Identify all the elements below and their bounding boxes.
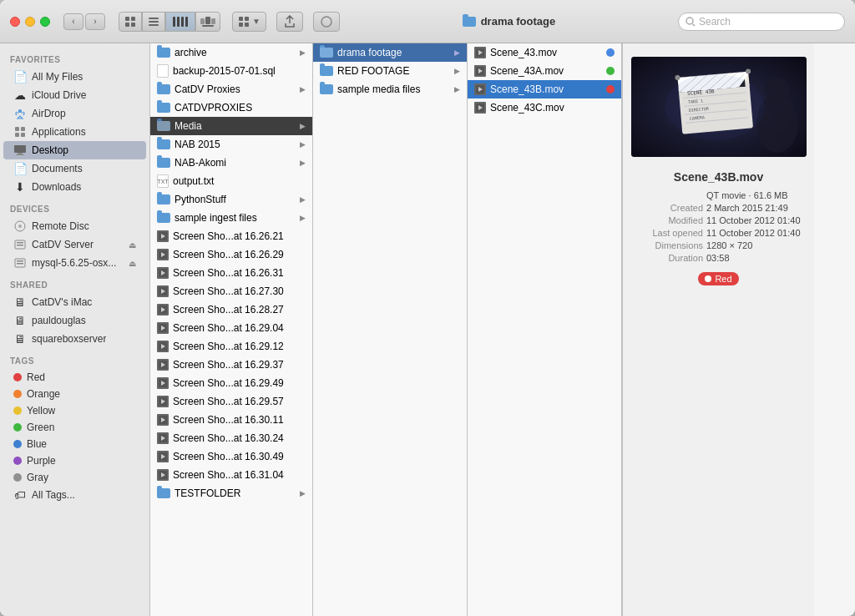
sidebar-item-tag-yellow[interactable]: Yellow bbox=[3, 402, 146, 419]
sidebar-item-squarebox[interactable]: 🖥 squareboxserver bbox=[3, 330, 146, 348]
mov-icon bbox=[157, 267, 169, 279]
search-placeholder: Search bbox=[699, 16, 731, 28]
folder-icon bbox=[157, 48, 170, 58]
share-button[interactable] bbox=[276, 12, 303, 32]
coverflow-view-button[interactable] bbox=[195, 12, 220, 32]
file-item-screen13[interactable]: Screen Sho...at 16.30.49 bbox=[150, 447, 312, 466]
sidebar-item-documents[interactable]: 📄 Documents bbox=[3, 159, 146, 178]
file-item-pythonstuff[interactable]: PythonStuff ▶ bbox=[150, 190, 312, 209]
file-item-sample-ingest[interactable]: sample ingest files ▶ bbox=[150, 209, 312, 227]
preview-modified-value: 11 October 2012 01:40 bbox=[706, 215, 801, 225]
sidebar-item-catdv-imac[interactable]: 🖥 CatDV's iMac bbox=[3, 293, 146, 311]
svg-rect-36 bbox=[17, 260, 23, 262]
arrange-button[interactable]: ▼ bbox=[232, 12, 266, 32]
view-buttons bbox=[119, 12, 220, 32]
file-item-scene43b[interactable]: Scene_43B.mov bbox=[468, 80, 621, 98]
pauldouglas-icon: 🖥 bbox=[13, 314, 27, 327]
file-item-scene43a[interactable]: Scene_43A.mov bbox=[468, 62, 621, 80]
sidebar-item-tag-gray[interactable]: Gray bbox=[3, 469, 146, 486]
sidebar-item-label: pauldouglas bbox=[32, 315, 86, 326]
file-item-catdv-proxies[interactable]: CatDV Proxies ▶ bbox=[150, 80, 312, 98]
file-item-media[interactable]: Media ▶ bbox=[150, 117, 312, 135]
preview-last-opened-value: 11 October 2012 01:40 bbox=[706, 228, 801, 238]
sidebar-item-all-my-files[interactable]: 📄 All My Files bbox=[3, 68, 146, 86]
file-item-name: TESTFOLDER bbox=[175, 487, 296, 499]
file-item-testfolder[interactable]: TESTFOLDER ▶ bbox=[150, 484, 312, 502]
file-item-drama-footage[interactable]: drama footage ▶ bbox=[313, 43, 467, 62]
file-item-scene43[interactable]: Scene_43.mov bbox=[468, 43, 621, 62]
column-view-button[interactable] bbox=[165, 12, 195, 32]
file-item-screen4[interactable]: Screen Sho...at 16.27.30 bbox=[150, 282, 312, 300]
svg-rect-5 bbox=[149, 21, 159, 23]
file-item-name: Screen Sho...at 16.30.24 bbox=[173, 432, 306, 444]
file-item-screen3[interactable]: Screen Sho...at 16.26.31 bbox=[150, 264, 312, 282]
preview-created-label: Created bbox=[636, 203, 703, 213]
folder-icon bbox=[157, 139, 170, 149]
icon-view-button[interactable] bbox=[119, 12, 142, 32]
sidebar-item-mysql[interactable]: mysql-5.6.25-osx... ⏏ bbox=[3, 254, 146, 272]
file-item-backup[interactable]: backup-2015-07-01.sql bbox=[150, 62, 312, 80]
sidebar-item-icloud-drive[interactable]: ☁ iCloud Drive bbox=[3, 86, 146, 104]
file-item-name: Screen Sho...at 16.30.49 bbox=[173, 451, 306, 462]
folder-icon bbox=[157, 103, 170, 113]
file-item-screen10[interactable]: Screen Sho...at 16.29.57 bbox=[150, 392, 312, 411]
sidebar-item-tag-green[interactable]: Green bbox=[3, 419, 146, 436]
file-item-nab2015[interactable]: NAB 2015 ▶ bbox=[150, 135, 312, 154]
file-item-archive[interactable]: archive ▶ bbox=[150, 43, 312, 62]
file-item-catdvproxies[interactable]: CATDVPROXIES bbox=[150, 98, 312, 117]
close-button[interactable] bbox=[10, 17, 20, 27]
sidebar-item-label: Gray bbox=[27, 472, 48, 483]
sidebar-item-label: Purple bbox=[27, 455, 56, 467]
back-button[interactable]: ‹ bbox=[63, 13, 83, 30]
sidebar-item-downloads[interactable]: ⬇ Downloads bbox=[3, 178, 146, 196]
file-item-screen14[interactable]: Screen Sho...at 16.31.04 bbox=[150, 466, 312, 484]
mov-icon bbox=[474, 47, 486, 58]
file-item-name: RED FOOTAGE bbox=[337, 65, 450, 77]
sidebar-item-tag-orange[interactable]: Orange bbox=[3, 386, 146, 402]
file-item-screen1[interactable]: Screen Sho...at 16.26.21 bbox=[150, 227, 312, 245]
tag-button[interactable] bbox=[313, 12, 340, 32]
file-item-screen5[interactable]: Screen Sho...at 16.28.27 bbox=[150, 300, 312, 319]
maximize-button[interactable] bbox=[40, 17, 50, 27]
eject-icon[interactable]: ⏏ bbox=[129, 259, 136, 268]
sidebar-item-tag-blue[interactable]: Blue bbox=[3, 436, 146, 452]
remote-disc-icon bbox=[13, 220, 27, 233]
sidebar-item-remote-disc[interactable]: Remote Disc bbox=[3, 217, 146, 235]
svg-rect-17 bbox=[239, 23, 243, 27]
sidebar-item-tag-purple[interactable]: Purple bbox=[3, 452, 146, 469]
sidebar-item-catdv-server[interactable]: CatDV Server ⏏ bbox=[3, 235, 146, 254]
sidebar-item-airdrop[interactable]: AirDrop bbox=[3, 104, 146, 123]
file-item-output[interactable]: TXT output.txt bbox=[150, 172, 312, 190]
sidebar-item-label: Green bbox=[27, 422, 54, 433]
sidebar-item-tag-red[interactable]: Red bbox=[3, 369, 146, 386]
minimize-button[interactable] bbox=[25, 17, 35, 27]
file-item-nab-akomi[interactable]: NAB-Akomi ▶ bbox=[150, 154, 312, 172]
file-item-screen2[interactable]: Screen Sho...at 16.26.29 bbox=[150, 245, 312, 264]
eject-icon[interactable]: ⏏ bbox=[129, 240, 136, 250]
file-item-scene43c[interactable]: Scene_43C.mov bbox=[468, 98, 621, 117]
all-my-files-icon: 📄 bbox=[13, 70, 27, 83]
sidebar-item-label: All Tags... bbox=[32, 489, 75, 501]
file-item-screen11[interactable]: Screen Sho...at 16.30.11 bbox=[150, 411, 312, 429]
sidebar-item-label: Yellow bbox=[27, 405, 55, 417]
file-item-sample-media[interactable]: sample media files ▶ bbox=[313, 80, 467, 98]
file-item-screen12[interactable]: Screen Sho...at 16.30.24 bbox=[150, 429, 312, 447]
file-item-red-footage[interactable]: RED FOOTAGE ▶ bbox=[313, 62, 467, 80]
sidebar-item-pauldouglas[interactable]: 🖥 pauldouglas bbox=[3, 311, 146, 330]
sidebar-item-desktop[interactable]: Desktop bbox=[3, 141, 146, 159]
forward-button[interactable]: › bbox=[85, 13, 105, 30]
red-tag-badge[interactable]: Red bbox=[698, 272, 738, 285]
file-item-screen6[interactable]: Screen Sho...at 16.29.04 bbox=[150, 319, 312, 337]
file-item-name: Screen Sho...at 16.27.30 bbox=[173, 285, 306, 297]
chevron-right-icon: ▶ bbox=[454, 85, 460, 93]
search-box[interactable]: Search bbox=[678, 13, 845, 31]
file-item-screen7[interactable]: Screen Sho...at 16.29.12 bbox=[150, 337, 312, 356]
svg-rect-3 bbox=[131, 23, 135, 27]
sidebar-item-all-tags[interactable]: 🏷 All Tags... bbox=[3, 486, 146, 504]
file-item-screen9[interactable]: Screen Sho...at 16.29.49 bbox=[150, 374, 312, 392]
list-view-button[interactable] bbox=[142, 12, 165, 32]
sidebar-item-applications[interactable]: Applications bbox=[3, 123, 146, 141]
yellow-tag-dot bbox=[13, 406, 22, 415]
file-item-screen8[interactable]: Screen Sho...at 16.29.37 bbox=[150, 356, 312, 374]
chevron-right-icon: ▶ bbox=[300, 489, 306, 497]
